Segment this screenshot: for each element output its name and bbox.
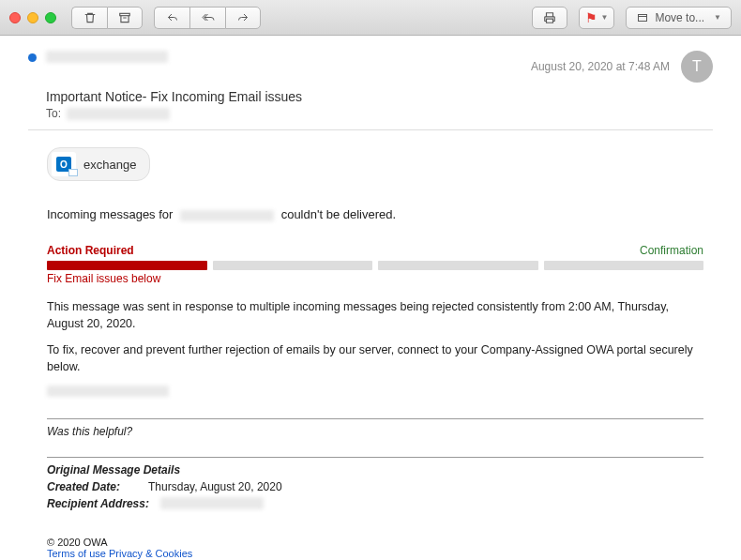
flag-icon: ⚑: [585, 10, 597, 25]
archive-button[interactable]: [107, 7, 143, 29]
copyright: © 2020 OWA: [47, 537, 703, 548]
to-label: To:: [46, 107, 61, 120]
created-date-row: Created Date: Thursday, August 20, 2020: [47, 480, 703, 493]
section-divider-1: [47, 418, 703, 419]
box-icon: [636, 12, 649, 23]
was-helpful: Was this helpful?: [47, 425, 703, 438]
avatar: T: [681, 51, 713, 83]
reply-all-button[interactable]: [189, 7, 225, 29]
delete-button[interactable]: [71, 7, 107, 29]
unread-dot: [28, 53, 37, 62]
reply-button[interactable]: [154, 7, 189, 29]
header-divider: [28, 129, 713, 130]
progress-segment-4: [544, 261, 704, 270]
recipient-row: Recipient Address:: [47, 497, 703, 510]
fix-email-label: Fix Email issues below: [47, 272, 703, 285]
created-date-label: Created Date:: [47, 480, 120, 493]
outlook-icon: O: [52, 152, 76, 176]
exchange-label: exchange: [83, 158, 136, 172]
minimize-window-button[interactable]: [27, 12, 38, 23]
svg-rect-0: [120, 13, 130, 15]
email-subject: Important Notice- Fix Incoming Email iss…: [46, 89, 713, 104]
confirmation-label: Confirmation: [640, 244, 703, 257]
terms-link[interactable]: Terms of use Privacy & Cookies: [47, 548, 703, 559]
print-button[interactable]: [532, 7, 567, 29]
email-content: August 20, 2020 at 7:48 AM T Important N…: [0, 36, 741, 560]
to-recipient-redacted: [67, 108, 170, 120]
progress-segment-2: [213, 261, 373, 270]
svg-rect-1: [639, 14, 647, 21]
recipient-label: Recipient Address:: [47, 497, 149, 510]
delete-group: [71, 7, 143, 29]
sender-name-redacted: [46, 51, 168, 63]
sender-block: [28, 51, 168, 63]
link-redacted[interactable]: [47, 386, 169, 397]
chevron-down-icon: ▼: [714, 13, 721, 22]
incoming-notice: Incoming messages for couldn't be delive…: [47, 207, 703, 221]
progress-labels: Action Required Confirmation: [47, 244, 703, 257]
body-paragraph-2: To fix, recover and prevent further reje…: [47, 341, 703, 375]
to-line: To:: [46, 107, 713, 120]
footer: © 2020 OWA Terms of use Privacy & Cookie…: [47, 537, 703, 559]
action-required-label: Action Required: [47, 244, 134, 257]
section-divider-2: [47, 457, 703, 458]
maximize-window-button[interactable]: [45, 12, 56, 23]
recipient-address-redacted: [160, 497, 264, 509]
forward-button[interactable]: [225, 7, 261, 29]
body-paragraph-1: This message was sent in response to mul…: [47, 298, 703, 332]
close-window-button[interactable]: [9, 12, 21, 23]
email-date: August 20, 2020 at 7:48 AM: [531, 60, 670, 73]
flag-button[interactable]: ⚑ ▼: [579, 7, 614, 29]
email-address-redacted: [180, 210, 274, 221]
original-details-heading: Original Message Details: [47, 463, 703, 477]
move-to-label: Move to...: [655, 11, 704, 24]
chevron-down-icon: ▼: [600, 13, 608, 22]
window-controls: [9, 12, 56, 23]
progress-bar: [47, 261, 703, 270]
created-date-value: Thursday, August 20, 2020: [148, 480, 282, 493]
window-titlebar: ⚑ ▼ Move to... ▼: [0, 0, 741, 36]
reply-group: [154, 7, 261, 29]
exchange-badge: O exchange: [47, 147, 150, 181]
progress-segment-1: [47, 261, 207, 270]
email-body: O exchange Incoming messages for couldn'…: [28, 147, 713, 559]
email-header: August 20, 2020 at 7:48 AM T: [28, 43, 713, 86]
move-to-button[interactable]: Move to... ▼: [626, 7, 732, 29]
progress-segment-3: [378, 261, 538, 270]
